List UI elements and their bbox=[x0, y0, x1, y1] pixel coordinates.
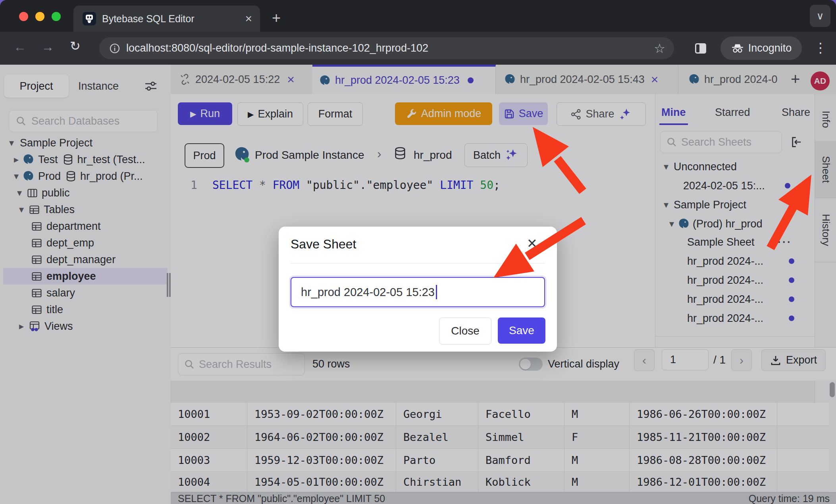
side-panel-icon[interactable] bbox=[694, 42, 707, 54]
url-text: localhost:8080/sql-editor/prod-sample-in… bbox=[126, 42, 654, 54]
incognito-label: Incognito bbox=[748, 42, 792, 54]
minimize-window-button[interactable] bbox=[35, 12, 44, 21]
save-confirm-button[interactable]: Save bbox=[498, 317, 545, 344]
browser-menu-icon[interactable]: ⋮ bbox=[814, 40, 827, 56]
bytebase-favicon-icon bbox=[82, 12, 96, 26]
incognito-badge: Incognito bbox=[720, 37, 802, 60]
forward-button[interactable]: → bbox=[41, 40, 54, 53]
dialog-title: Save Sheet bbox=[291, 237, 356, 252]
browser-tab[interactable]: Bytebase SQL Editor × bbox=[73, 6, 260, 32]
back-button[interactable]: ← bbox=[13, 40, 26, 53]
new-tab-button[interactable]: + bbox=[272, 10, 281, 25]
site-info-icon[interactable] bbox=[109, 42, 121, 54]
bookmark-star-icon[interactable]: ☆ bbox=[654, 41, 665, 56]
dialog-divider bbox=[291, 263, 545, 264]
maximize-window-button[interactable] bbox=[52, 12, 61, 21]
save-sheet-dialog: Save Sheet × hr_prod 2024-02-05 15:23 Cl… bbox=[279, 227, 557, 352]
incognito-icon bbox=[731, 42, 744, 54]
sheet-name-input[interactable]: hr_prod 2024-02-05 15:23 bbox=[291, 277, 545, 307]
text-cursor bbox=[436, 285, 437, 299]
close-button[interactable]: Close bbox=[439, 317, 491, 344]
dialog-close-icon[interactable]: × bbox=[527, 234, 537, 253]
browser-toolbar: ← → ↻ localhost:8080/sql-editor/prod-sam… bbox=[0, 32, 836, 65]
address-bar[interactable]: localhost:8080/sql-editor/prod-sample-in… bbox=[99, 37, 674, 59]
reload-button[interactable]: ↻ bbox=[70, 40, 81, 52]
browser-window: Bytebase SQL Editor × + ∨ ← → ↻ localhos… bbox=[0, 0, 836, 65]
close-window-button[interactable] bbox=[19, 12, 28, 21]
browser-tab-title: Bytebase SQL Editor bbox=[102, 13, 245, 25]
browser-tab-close-icon[interactable]: × bbox=[245, 13, 252, 25]
sheet-name-value: hr_prod 2024-02-05 15:23 bbox=[301, 286, 435, 299]
tab-search-button[interactable]: ∨ bbox=[810, 5, 830, 27]
